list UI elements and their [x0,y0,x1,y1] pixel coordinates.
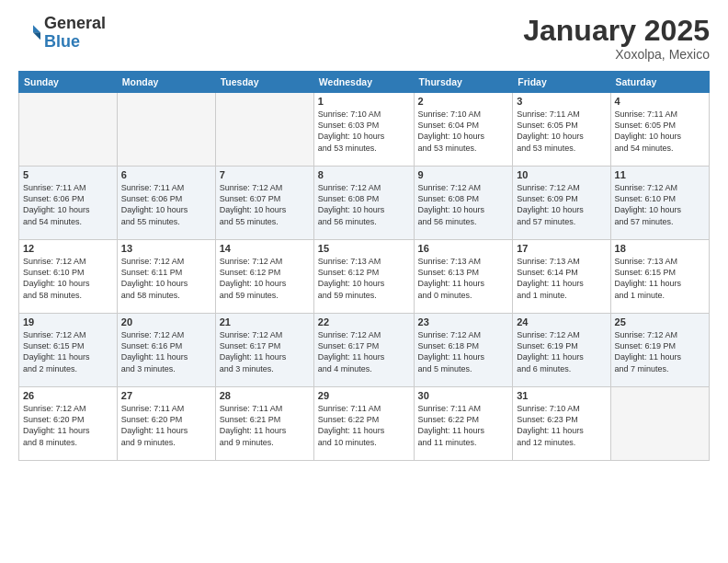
day-info: Sunrise: 7:12 AM Sunset: 6:15 PM Dayligh… [23,329,113,374]
day-info: Sunrise: 7:10 AM Sunset: 6:04 PM Dayligh… [418,109,509,154]
logo-icon [18,22,40,44]
day-number: 18 [615,243,705,254]
col-friday: Friday [513,72,610,93]
logo: General Blue [18,15,106,52]
day-number: 7 [220,169,310,180]
day-number: 22 [318,316,410,327]
header: General Blue January 2025 Xoxolpa, Mexic… [18,15,710,62]
day-number: 19 [23,316,113,327]
day-info: Sunrise: 7:12 AM Sunset: 6:10 PM Dayligh… [615,182,705,227]
day-number: 9 [418,169,509,180]
day-info: Sunrise: 7:12 AM Sunset: 6:09 PM Dayligh… [517,182,606,227]
calendar-week-row: 5Sunrise: 7:11 AM Sunset: 6:06 PM Daylig… [19,167,710,240]
day-info: Sunrise: 7:13 AM Sunset: 6:15 PM Dayligh… [615,256,705,301]
day-number: 16 [418,243,509,254]
table-row: 7Sunrise: 7:12 AM Sunset: 6:07 PM Daylig… [215,167,313,240]
day-info: Sunrise: 7:10 AM Sunset: 6:23 PM Dayligh… [517,403,606,448]
calendar-week-row: 19Sunrise: 7:12 AM Sunset: 6:15 PM Dayli… [19,314,710,387]
calendar-subtitle: Xoxolpa, Mexico [523,47,710,62]
page: General Blue January 2025 Xoxolpa, Mexic… [0,0,728,563]
day-number: 2 [418,96,509,107]
day-number: 17 [517,243,606,254]
day-info: Sunrise: 7:12 AM Sunset: 6:07 PM Dayligh… [220,182,310,227]
day-number: 3 [517,96,606,107]
day-info: Sunrise: 7:13 AM Sunset: 6:12 PM Dayligh… [318,256,410,301]
day-number: 20 [121,316,211,327]
table-row: 5Sunrise: 7:11 AM Sunset: 6:06 PM Daylig… [19,167,118,240]
table-row: 3Sunrise: 7:11 AM Sunset: 6:05 PM Daylig… [513,93,610,167]
title-block: January 2025 Xoxolpa, Mexico [523,15,710,62]
table-row: 29Sunrise: 7:11 AM Sunset: 6:22 PM Dayli… [313,387,414,461]
day-info: Sunrise: 7:12 AM Sunset: 6:10 PM Dayligh… [23,256,113,301]
day-info: Sunrise: 7:11 AM Sunset: 6:20 PM Dayligh… [121,403,211,448]
day-info: Sunrise: 7:12 AM Sunset: 6:20 PM Dayligh… [23,403,113,448]
table-row: 6Sunrise: 7:11 AM Sunset: 6:06 PM Daylig… [117,167,215,240]
day-number: 31 [517,390,606,401]
table-row: 16Sunrise: 7:13 AM Sunset: 6:13 PM Dayli… [414,240,513,314]
day-info: Sunrise: 7:11 AM Sunset: 6:06 PM Dayligh… [121,182,211,227]
col-tuesday: Tuesday [215,72,313,93]
day-info: Sunrise: 7:11 AM Sunset: 6:21 PM Dayligh… [220,403,310,448]
calendar-header-row: Sunday Monday Tuesday Wednesday Thursday… [19,72,710,93]
day-number: 1 [318,96,410,107]
day-number: 5 [23,169,113,180]
day-info: Sunrise: 7:11 AM Sunset: 6:05 PM Dayligh… [615,109,705,154]
table-row [117,93,215,167]
table-row: 20Sunrise: 7:12 AM Sunset: 6:16 PM Dayli… [117,314,215,387]
calendar-week-row: 1Sunrise: 7:10 AM Sunset: 6:03 PM Daylig… [19,93,710,167]
day-info: Sunrise: 7:11 AM Sunset: 6:22 PM Dayligh… [418,403,509,448]
day-number: 6 [121,169,211,180]
day-number: 30 [418,390,509,401]
table-row: 4Sunrise: 7:11 AM Sunset: 6:05 PM Daylig… [610,93,709,167]
table-row [215,93,313,167]
table-row: 24Sunrise: 7:12 AM Sunset: 6:19 PM Dayli… [513,314,610,387]
logo-text: General Blue [44,15,106,52]
svg-marker-0 [33,25,40,32]
day-number: 26 [23,390,113,401]
day-info: Sunrise: 7:12 AM Sunset: 6:08 PM Dayligh… [418,182,509,227]
day-number: 21 [220,316,310,327]
day-info: Sunrise: 7:12 AM Sunset: 6:19 PM Dayligh… [517,329,606,374]
table-row: 28Sunrise: 7:11 AM Sunset: 6:21 PM Dayli… [215,387,313,461]
day-info: Sunrise: 7:11 AM Sunset: 6:06 PM Dayligh… [23,182,113,227]
day-info: Sunrise: 7:12 AM Sunset: 6:17 PM Dayligh… [220,329,310,374]
table-row: 11Sunrise: 7:12 AM Sunset: 6:10 PM Dayli… [610,167,709,240]
table-row: 8Sunrise: 7:12 AM Sunset: 6:08 PM Daylig… [313,167,414,240]
table-row: 1Sunrise: 7:10 AM Sunset: 6:03 PM Daylig… [313,93,414,167]
table-row: 17Sunrise: 7:13 AM Sunset: 6:14 PM Dayli… [513,240,610,314]
day-number: 12 [23,243,113,254]
day-info: Sunrise: 7:12 AM Sunset: 6:11 PM Dayligh… [121,256,211,301]
table-row: 27Sunrise: 7:11 AM Sunset: 6:20 PM Dayli… [117,387,215,461]
table-row: 12Sunrise: 7:12 AM Sunset: 6:10 PM Dayli… [19,240,118,314]
table-row: 18Sunrise: 7:13 AM Sunset: 6:15 PM Dayli… [610,240,709,314]
day-info: Sunrise: 7:10 AM Sunset: 6:03 PM Dayligh… [318,109,410,154]
table-row: 9Sunrise: 7:12 AM Sunset: 6:08 PM Daylig… [414,167,513,240]
day-number: 13 [121,243,211,254]
day-info: Sunrise: 7:12 AM Sunset: 6:16 PM Dayligh… [121,329,211,374]
day-info: Sunrise: 7:12 AM Sunset: 6:19 PM Dayligh… [615,329,705,374]
calendar-title: January 2025 [523,15,710,47]
table-row: 2Sunrise: 7:10 AM Sunset: 6:04 PM Daylig… [414,93,513,167]
table-row: 10Sunrise: 7:12 AM Sunset: 6:09 PM Dayli… [513,167,610,240]
table-row: 13Sunrise: 7:12 AM Sunset: 6:11 PM Dayli… [117,240,215,314]
table-row: 23Sunrise: 7:12 AM Sunset: 6:18 PM Dayli… [414,314,513,387]
day-info: Sunrise: 7:13 AM Sunset: 6:14 PM Dayligh… [517,256,606,301]
day-number: 14 [220,243,310,254]
day-number: 23 [418,316,509,327]
calendar-table: Sunday Monday Tuesday Wednesday Thursday… [18,71,710,461]
col-wednesday: Wednesday [313,72,414,93]
day-number: 25 [615,316,705,327]
col-thursday: Thursday [414,72,513,93]
day-number: 4 [615,96,705,107]
logo-blue: Blue [44,32,80,51]
table-row: 30Sunrise: 7:11 AM Sunset: 6:22 PM Dayli… [414,387,513,461]
day-number: 10 [517,169,606,180]
table-row: 14Sunrise: 7:12 AM Sunset: 6:12 PM Dayli… [215,240,313,314]
col-saturday: Saturday [610,72,709,93]
table-row: 21Sunrise: 7:12 AM Sunset: 6:17 PM Dayli… [215,314,313,387]
day-info: Sunrise: 7:11 AM Sunset: 6:05 PM Dayligh… [517,109,606,154]
day-number: 24 [517,316,606,327]
calendar-week-row: 12Sunrise: 7:12 AM Sunset: 6:10 PM Dayli… [19,240,710,314]
day-info: Sunrise: 7:12 AM Sunset: 6:18 PM Dayligh… [418,329,509,374]
day-info: Sunrise: 7:12 AM Sunset: 6:17 PM Dayligh… [318,329,410,374]
